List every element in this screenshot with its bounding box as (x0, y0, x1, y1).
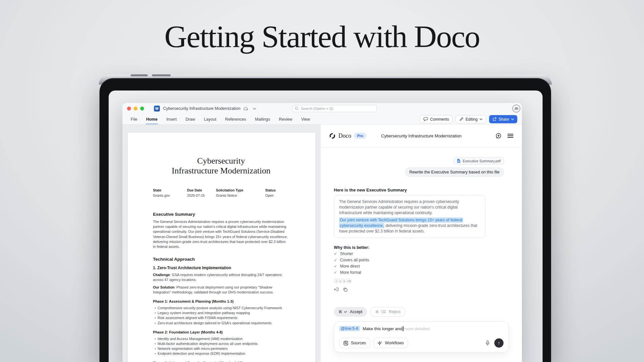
bullet-icon: • (153, 315, 158, 320)
comments-button[interactable]: Comments (420, 115, 453, 123)
doco-brand-name: Doco (338, 132, 351, 139)
doco-brand: Doco Pro (329, 132, 366, 139)
editing-mode-button[interactable]: Editing (456, 115, 486, 123)
send-button[interactable]: ↑ (494, 338, 504, 348)
typed-text: Make this longer and (363, 326, 402, 331)
workflows-button[interactable]: Workflows (373, 338, 408, 348)
menu-review[interactable]: Review (279, 117, 292, 122)
chat-thread: Executive Summary.pdf Rewrite the Execut… (321, 147, 522, 362)
bullet-icon: • (153, 336, 158, 341)
menu-home[interactable]: Home (146, 117, 158, 122)
document-canvas: Cybersecurity Infrastructure Modernizati… (122, 125, 321, 362)
menu-view[interactable]: View (301, 117, 310, 122)
why-item: ✓Covers all points (334, 258, 509, 262)
reject-shortcut: ⌘ ⌫ (375, 310, 386, 314)
window-controls (127, 107, 144, 111)
draft-paragraph: Our joint venture with TechGuard Solutio… (339, 217, 480, 234)
why-item: ✓Shorter (334, 251, 509, 256)
attached-file-chip[interactable]: Executive Summary.pdf (453, 157, 504, 165)
device-power-button (152, 74, 171, 76)
window-titlebar: W Cybersecurity Infrastructure Moderniza… (122, 103, 522, 114)
phase2-heading: Phase 2: Foundation Layer (Months 4-8) (153, 330, 289, 334)
assistant-intro-text: Here is the new Executive Summary (334, 188, 509, 192)
list-item: •Identity and Access Management (IAM) mo… (153, 336, 289, 341)
menu-mailings[interactable]: Mailings (255, 117, 270, 122)
word-app-icon: W (154, 106, 160, 111)
list-item: •Network segmentation with micro-perimet… (153, 346, 289, 351)
doco-assistant-panel: Doco Pro Cybersecurity Infrastructure Mo… (321, 125, 522, 362)
minimize-window-button[interactable] (134, 107, 138, 111)
insert-into-document-icon[interactable] (334, 287, 339, 292)
title-chevron-down-icon[interactable] (253, 108, 256, 110)
meta-due-date: Due Date 2025-07-15 (187, 188, 216, 197)
chevron-down-icon (480, 118, 483, 120)
phase1-heading: Phase 1: Assessment & Planning (Months 1… (153, 299, 289, 303)
challenge-paragraph: Challenge: GSA requires modern cybersecu… (153, 272, 289, 282)
pencil-icon (459, 117, 463, 121)
doco-logo-icon (329, 133, 335, 139)
copy-icon[interactable] (343, 287, 348, 292)
menu-file[interactable]: File (131, 117, 137, 122)
bullet-icon: • (153, 321, 158, 326)
document-title: Cybersecurity Infrastructure Modernizati… (153, 156, 289, 176)
bullet-icon: • (153, 341, 158, 346)
check-icon: ✓ (334, 264, 337, 269)
share-icon (492, 117, 497, 121)
ghost-suggestion-text: more detailed (404, 326, 430, 331)
new-chat-icon[interactable] (495, 133, 502, 139)
check-icon: ✓ (334, 258, 337, 262)
search-icon (295, 107, 299, 111)
accept-shortcut: ⌘ ↵ (338, 310, 348, 314)
zoom-window-button[interactable] (140, 107, 144, 111)
microphone-icon[interactable] (485, 340, 490, 346)
meta-status: Status Open (265, 188, 276, 197)
line-reference-token[interactable]: @line:5-6 (339, 326, 360, 331)
sources-icon (343, 341, 348, 346)
decision-buttons: ⌘ ↵ Accept ⌘ ⌫ Reject (334, 307, 509, 317)
exec-summary-body: The General Services Administration requ… (153, 219, 289, 249)
why-item: ✓More formal (334, 270, 509, 275)
bullet-icon: • (153, 346, 158, 351)
meta-state: State Grants.gov (153, 188, 187, 197)
zero-trust-subheading: 1. Zero-Trust Architecture Implementatio… (153, 266, 289, 270)
chat-composer: @line:5-6 Make this longer and more deta… (334, 321, 509, 352)
chat-input[interactable]: @line:5-6 Make this longer and more deta… (339, 326, 504, 331)
chevron-down-icon (511, 118, 514, 120)
cloud-sync-icon[interactable] (243, 107, 248, 111)
exec-summary-heading: Executive Summary (153, 212, 289, 217)
doco-panel-header: Doco Pro Cybersecurity Infrastructure Mo… (321, 125, 522, 147)
text-caret (403, 326, 403, 331)
check-icon: ✓ (334, 251, 337, 256)
comment-icon (423, 117, 428, 121)
close-window-button[interactable] (127, 107, 131, 111)
user-avatar[interactable]: JD (512, 105, 520, 112)
accept-button[interactable]: ⌘ ↵ Accept (334, 307, 367, 317)
check-icon: ✓ (334, 270, 337, 275)
menu-references[interactable]: References (225, 117, 246, 122)
sources-button[interactable]: Sources (339, 338, 370, 348)
draft-suggestion-box: The General Services Administration requ… (334, 195, 485, 238)
bullet-icon: • (153, 306, 158, 311)
page-chip-more[interactable]: +15 (346, 279, 352, 283)
source-page-chips: 1 2 3 +15 (334, 279, 509, 283)
phase3-heading: Phase 3: Advanced Security Controls (Mon… (153, 361, 289, 362)
menu-insert[interactable]: Insert (166, 117, 177, 122)
menu-draw[interactable]: Draw (185, 117, 195, 122)
share-button[interactable]: Share (489, 115, 517, 123)
search-field[interactable] (292, 105, 377, 112)
pro-badge: Pro (354, 133, 366, 139)
menu-hamburger-icon[interactable] (507, 133, 513, 138)
menu-layout[interactable]: Layout (204, 117, 216, 122)
list-item: •Comprehensive security posture analysis… (153, 306, 289, 311)
search-input[interactable] (292, 105, 377, 112)
draft-paragraph: The General Services Administration requ… (339, 199, 480, 216)
reject-button[interactable]: ⌘ ⌫ Reject (370, 307, 405, 317)
titlebar-document-title: Cybersecurity Infrastructure Modernizati… (163, 106, 241, 111)
list-item: •Endpoint detection and response (EDR) i… (153, 351, 289, 356)
solution-paragraph: Our Solution: Phased zero-trust deployme… (153, 285, 289, 295)
document-page[interactable]: Cybersecurity Infrastructure Modernizati… (128, 132, 315, 362)
hero-title: Getting Started with Doco (0, 18, 644, 55)
pdf-file-icon (457, 159, 461, 163)
bullet-icon: • (153, 311, 158, 315)
list-item: •Zero-trust architecture design tailored… (153, 321, 289, 326)
